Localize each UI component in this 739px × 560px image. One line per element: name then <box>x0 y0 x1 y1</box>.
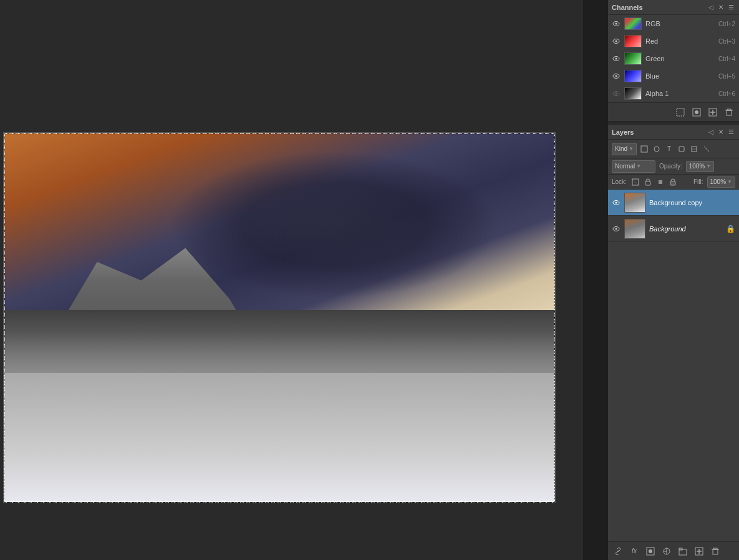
channel-name-blue: Blue <box>645 72 715 80</box>
layer-adjustment-btn[interactable] <box>660 545 673 558</box>
filter-pixel-icon[interactable] <box>639 144 649 154</box>
eye-icon-red[interactable] <box>612 37 621 46</box>
main-image[interactable] <box>3 132 556 503</box>
filter-off-icon[interactable] <box>702 144 712 154</box>
channel-thumb-red <box>624 35 642 47</box>
layer-name-background-copy: Background copy <box>649 199 735 206</box>
layers-collapse-btn[interactable]: ◁ <box>707 128 715 136</box>
layers-panel: Layers ◁ ✕ ☰ Kind ▼ T <box>608 125 739 560</box>
channels-panel-header: Channels ◁ ✕ ☰ <box>608 0 739 15</box>
layers-close-btn[interactable]: ✕ <box>717 128 725 136</box>
opacity-label: Opacity: <box>659 163 682 170</box>
eye-icon-bg-copy[interactable] <box>612 198 621 207</box>
filter-adjustment-icon[interactable] <box>652 144 662 154</box>
blend-mode-dropdown[interactable]: Normal ▼ <box>612 160 655 173</box>
channel-shortcut-alpha1: Ctrl+6 <box>718 90 735 97</box>
channel-row-green[interactable]: Green Ctrl+4 <box>608 50 739 67</box>
layer-mask-btn[interactable] <box>644 545 657 558</box>
svg-point-5 <box>616 58 617 60</box>
layer-new-btn[interactable] <box>693 545 705 558</box>
fill-input[interactable]: 100% ▼ <box>707 176 736 188</box>
fill-label: Fill: <box>693 178 703 185</box>
svg-rect-44 <box>713 549 718 554</box>
channels-header-icons: ◁ ✕ ☰ <box>707 3 735 11</box>
eye-icon-rgb[interactable] <box>612 19 621 28</box>
eye-icon-alpha1[interactable] <box>612 89 621 98</box>
kind-dropdown[interactable]: Kind ▼ <box>612 143 637 155</box>
layers-header-icons: ◁ ✕ ☰ <box>707 128 735 136</box>
channels-panel: Channels ◁ ✕ ☰ RGB Ctrl+2 Red Ctrl+3 <box>608 0 739 122</box>
fill-value: 100% <box>710 178 727 185</box>
svg-point-12 <box>695 110 698 114</box>
lock-all-btn[interactable] <box>668 177 678 187</box>
blend-opacity-row: Normal ▼ Opacity: 100% ▼ <box>608 158 739 175</box>
layer-fx-btn[interactable]: fx <box>628 545 640 558</box>
eye-icon-green[interactable] <box>612 54 621 63</box>
svg-point-3 <box>616 41 617 42</box>
channel-shortcut-blue: Ctrl+5 <box>718 73 735 80</box>
channels-close-btn[interactable]: ✕ <box>717 3 725 11</box>
opacity-input[interactable]: 100% ▼ <box>686 161 715 172</box>
layers-menu-btn[interactable]: ☰ <box>727 128 735 136</box>
channel-thumb-green <box>624 52 642 65</box>
channel-row-alpha1[interactable]: Alpha 1 Ctrl+6 <box>608 85 739 102</box>
layer-delete-btn[interactable] <box>709 545 722 558</box>
channels-footer <box>608 102 739 121</box>
channel-shortcut-green: Ctrl+4 <box>718 56 735 62</box>
layer-thumb-background <box>624 219 645 239</box>
channels-title: Channels <box>612 4 643 11</box>
channel-name-green: Green <box>645 55 715 62</box>
layer-row-background-copy[interactable]: Background copy <box>608 190 739 216</box>
lock-image-btn[interactable] <box>643 177 653 187</box>
layer-group-btn[interactable] <box>677 545 689 558</box>
channels-collapse-btn[interactable]: ◁ <box>707 3 715 11</box>
channel-row-rgb[interactable]: RGB Ctrl+2 <box>608 15 739 32</box>
channel-selection-btn[interactable] <box>674 106 687 118</box>
layers-kind-toolbar: Kind ▼ T <box>608 140 739 158</box>
svg-point-20 <box>654 147 659 152</box>
filter-smart-icon[interactable] <box>689 144 699 154</box>
layer-row-background[interactable]: Background 🔒 <box>608 216 739 242</box>
channel-shortcut-rgb: Ctrl+2 <box>718 21 735 27</box>
svg-point-35 <box>616 228 617 229</box>
channel-thumb-alpha1 <box>624 87 642 100</box>
channel-name-red: Red <box>645 37 715 45</box>
channel-delete-btn[interactable] <box>723 106 735 118</box>
eye-icon-blue[interactable] <box>612 72 621 80</box>
channel-new-btn[interactable] <box>707 106 719 118</box>
svg-rect-19 <box>641 146 647 152</box>
kind-label: Kind <box>615 145 627 152</box>
layers-footer: fx <box>608 541 739 560</box>
channel-mask-btn[interactable] <box>690 106 703 118</box>
lock-icons <box>630 177 678 187</box>
svg-point-37 <box>649 549 652 553</box>
lock-position-btn[interactable] <box>655 177 665 187</box>
right-panels: Channels ◁ ✕ ☰ RGB Ctrl+2 Red Ctrl+3 <box>608 0 739 560</box>
channel-row-red[interactable]: Red Ctrl+3 <box>608 32 739 50</box>
lock-transparent-btn[interactable] <box>630 177 640 187</box>
opacity-chevron-icon: ▼ <box>706 163 711 169</box>
channel-name-rgb: RGB <box>645 20 715 27</box>
svg-point-33 <box>616 201 617 203</box>
layer-link-btn[interactable] <box>612 545 624 558</box>
image-container <box>3 132 556 503</box>
svg-point-1 <box>616 23 617 25</box>
svg-point-9 <box>616 93 617 95</box>
filter-type-icon[interactable]: T <box>664 144 674 154</box>
clouds-overlay <box>169 151 500 299</box>
svg-rect-31 <box>670 181 675 185</box>
channel-thumb-blue <box>624 70 642 82</box>
channel-row-blue[interactable]: Blue Ctrl+5 <box>608 67 739 85</box>
blend-mode-value: Normal <box>615 163 635 170</box>
blend-chevron-icon: ▼ <box>636 163 641 169</box>
channels-menu-btn[interactable]: ☰ <box>727 3 735 11</box>
layer-thumb-background-copy <box>624 193 645 213</box>
svg-point-7 <box>616 75 617 77</box>
svg-line-26 <box>632 179 639 185</box>
eye-icon-bg[interactable] <box>612 224 621 233</box>
layers-panel-header: Layers ◁ ✕ ☰ <box>608 125 739 140</box>
channel-name-alpha1: Alpha 1 <box>645 90 715 97</box>
svg-rect-27 <box>645 181 650 185</box>
svg-line-24 <box>704 147 709 152</box>
filter-shape-icon[interactable] <box>677 144 687 154</box>
